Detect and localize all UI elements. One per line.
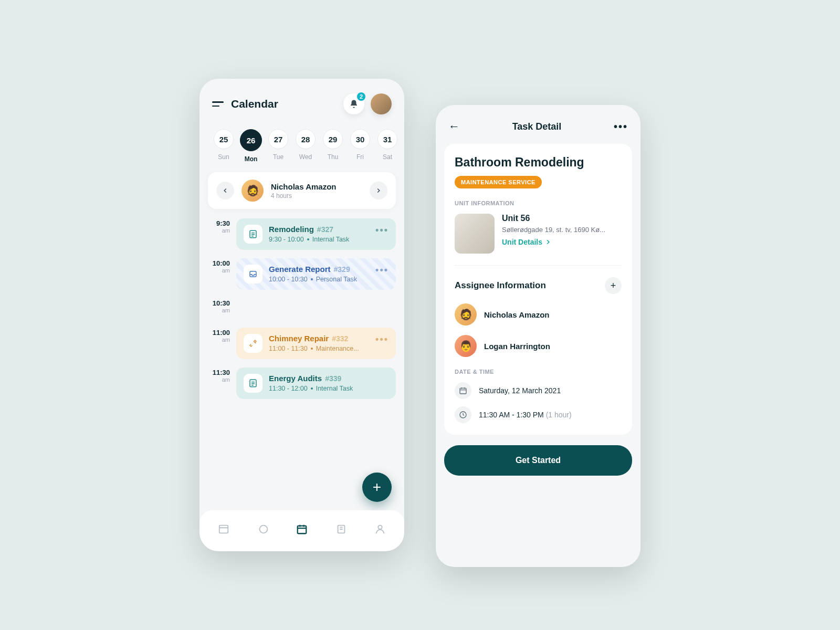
- detail-title: Task Detail: [512, 121, 562, 132]
- time-label: 11:00am: [208, 328, 230, 364]
- assignee-name: Logan Harrington: [484, 342, 550, 351]
- add-task-button[interactable]: +: [362, 472, 392, 502]
- chevron-left-icon: [222, 187, 229, 194]
- task-more-button[interactable]: •••: [375, 225, 388, 236]
- unit-section-label: UNIT INFORMATION: [455, 200, 622, 206]
- plus-icon: +: [373, 479, 381, 496]
- date-item[interactable]: 30Fri: [349, 129, 372, 163]
- date-item[interactable]: 25Sun: [212, 129, 235, 163]
- nav-calendar[interactable]: [292, 520, 311, 539]
- task-card[interactable]: Remodeling#327 9:30 - 10:00Internal Task…: [236, 218, 396, 250]
- assignee-row[interactable]: 👨 Logan Harrington: [455, 335, 622, 357]
- next-button[interactable]: [370, 182, 387, 200]
- time-label: 11:30am: [208, 368, 230, 404]
- assignee-row[interactable]: 🧔 Nicholas Amazon: [455, 303, 622, 326]
- detail-header: ← Task Detail •••: [436, 105, 640, 144]
- user-card: 🧔 Nicholas Amazon 4 hours: [208, 172, 396, 209]
- menu-icon[interactable]: [212, 101, 224, 107]
- timeline: 9:30am Remodeling#327 9:30 - 10:00Intern…: [200, 209, 404, 404]
- user-hours: 4 hours: [271, 192, 362, 200]
- user-name: Nicholas Amazon: [271, 182, 362, 191]
- unit-details-link[interactable]: Unit Details: [502, 238, 622, 246]
- add-assignee-button[interactable]: +: [605, 277, 622, 294]
- bell-icon: [349, 99, 359, 109]
- date-item[interactable]: 26Mon: [239, 129, 262, 163]
- svg-rect-3: [219, 526, 228, 533]
- calendar-icon: [455, 382, 471, 399]
- time-row: 11:30 AM - 1:30 PM (1 hour): [455, 406, 622, 423]
- plus-icon: +: [611, 280, 616, 291]
- user-avatar[interactable]: [371, 93, 392, 114]
- svg-rect-4: [298, 526, 307, 534]
- calendar-screen: Calendar 2 25Sun 26Mon 27Tue 28Wed 29Thu…: [200, 79, 404, 551]
- nav-feed[interactable]: [214, 520, 233, 539]
- page-title: Calendar: [231, 98, 278, 110]
- notifications-button[interactable]: 2: [343, 93, 364, 114]
- assignee-header: Assignee Information +: [455, 277, 622, 294]
- unit-image: [455, 214, 495, 254]
- time-label: 9:30am: [208, 218, 230, 255]
- unit-row: Unit 56 Søllerødgade 19, st. tv, 1690 Kø…: [455, 214, 622, 266]
- task-more-button[interactable]: •••: [375, 265, 388, 276]
- notification-badge: 2: [356, 91, 366, 102]
- more-button[interactable]: •••: [614, 121, 628, 133]
- get-started-button[interactable]: Get Started: [444, 445, 632, 476]
- calendar-header: Calendar 2: [200, 79, 404, 125]
- prev-button[interactable]: [216, 182, 234, 200]
- date-picker-row: 25Sun 26Mon 27Tue 28Wed 29Thu 30Fri 31Sa…: [200, 125, 404, 172]
- checklist-icon: [244, 374, 262, 393]
- task-card[interactable]: Energy Audits#339 11:30 - 12:00Internal …: [236, 368, 396, 399]
- task-title: Bathroom Remodeling: [455, 155, 622, 170]
- chevron-right-icon: [375, 187, 382, 194]
- bottom-nav: [200, 510, 404, 551]
- duration-text: (1 hour): [546, 411, 572, 419]
- assignee-avatar: 👨: [455, 335, 477, 357]
- date-item[interactable]: 31Sat: [376, 129, 399, 163]
- date-row: Saturday, 12 March 2021: [455, 382, 622, 399]
- nav-tasks[interactable]: [332, 520, 351, 539]
- date-item[interactable]: 28Wed: [294, 129, 317, 163]
- time-label: 10:30am: [208, 298, 230, 324]
- date-item[interactable]: 27Tue: [267, 129, 290, 163]
- date-item[interactable]: 29Thu: [321, 129, 344, 163]
- detail-card: Bathroom Remodeling MAINTENANCE SERVICE …: [444, 144, 632, 435]
- assignee-name: Nicholas Amazon: [484, 310, 549, 319]
- back-button[interactable]: ←: [448, 120, 460, 133]
- svg-point-6: [378, 526, 382, 529]
- clock-icon: [455, 406, 471, 423]
- unit-name: Unit 56: [502, 214, 622, 223]
- wrench-icon: [244, 334, 262, 353]
- assignee-title: Assignee Information: [455, 280, 546, 291]
- inbox-icon: [244, 265, 262, 284]
- assignee-avatar: 🧔: [242, 180, 264, 202]
- svg-rect-7: [460, 388, 466, 394]
- time-label: 10:00am: [208, 258, 230, 295]
- task-more-button[interactable]: •••: [375, 334, 388, 345]
- task-detail-screen: ← Task Detail ••• Bathroom Remodeling MA…: [436, 105, 640, 567]
- date-text: Saturday, 12 March 2021: [479, 386, 561, 395]
- nav-chat[interactable]: [254, 520, 272, 539]
- task-card[interactable]: Generate Report#329 10:00 - 10:30Persona…: [236, 258, 396, 290]
- assignee-avatar: 🧔: [455, 303, 477, 326]
- chevron-right-icon: [544, 238, 552, 246]
- service-badge: MAINTENANCE SERVICE: [455, 176, 542, 188]
- datetime-section-label: DATE & TIME: [455, 369, 622, 375]
- time-text: 11:30 AM - 1:30 PM: [479, 411, 544, 419]
- unit-address: Søllerødgade 19, st. tv, 1690 Kø...: [502, 226, 622, 234]
- task-card[interactable]: Chimney Repair#332 11:00 - 11:30Maintena…: [236, 328, 396, 359]
- checklist-icon: [244, 225, 262, 244]
- nav-profile[interactable]: [371, 520, 390, 539]
